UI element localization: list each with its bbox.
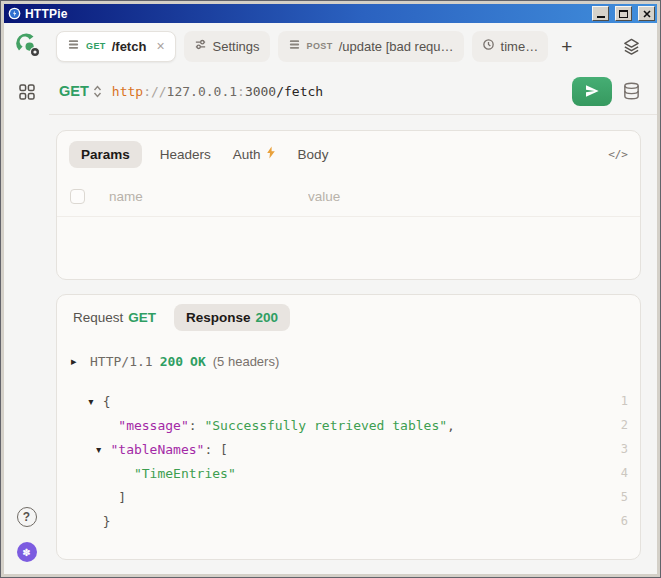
param-name-input[interactable] [109,189,284,204]
tab-post-update[interactable]: POST /update [bad requ… [278,31,464,62]
url-input[interactable]: http://127.0.0.1:3000/fetch [112,84,562,99]
code-line: ▾ "tableNames": [3 [87,437,628,461]
code-line: ]5 [87,485,628,509]
grid-icon [18,83,36,101]
code-line: "TimeEntries"4 [87,461,628,485]
httpie-titlebar-icon [8,7,21,20]
status-protocol: HTTP/1.1 [90,354,153,369]
help-icon: ? [23,510,30,524]
app-window: HTTPie [0,0,661,578]
line-number: 5 [621,490,628,504]
close-tab-icon[interactable]: × [156,38,164,54]
send-button[interactable] [572,77,612,106]
line-number: 6 [621,514,628,528]
close-button[interactable] [638,6,655,21]
code-view-toggle-icon[interactable]: </> [608,148,628,161]
url-path: /fetch [276,84,323,99]
code-line: "message": "Successfully retrieved table… [87,413,628,437]
line-number: 3 [621,442,628,456]
tab-settings[interactable]: Settings [184,31,270,62]
tab-method-label: GET [86,41,106,51]
minimize-button[interactable] [592,6,609,21]
clock-icon [482,37,495,55]
tab-auth-label: Auth [233,147,261,162]
tab-get-fetch[interactable]: GET /fetch × [56,31,176,62]
layers-icon [622,37,641,56]
sliders-icon [194,37,207,55]
request-panel: Params Headers Auth Body </> [56,130,641,280]
main-area: GET /fetch × Settings POST /update [bad … [49,23,657,574]
method-selector[interactable]: GET [59,83,102,99]
url-colon: : [237,84,245,99]
param-value-input[interactable] [308,189,626,204]
tab-time[interactable]: time… [472,31,549,62]
tab-path-label: /fetch [112,39,147,54]
tab-path-label: /update [bad requ… [339,39,454,54]
tab-bar: GET /fetch × Settings POST /update [bad … [56,23,641,69]
tab-settings-label: Settings [213,39,260,54]
help-button[interactable]: ? [17,507,37,527]
apps-grid-button[interactable] [18,83,36,101]
request-tab-label: Request [73,310,123,325]
param-row [57,177,640,217]
status-headers-count: (5 headers) [213,354,279,369]
fold-toggle-icon[interactable]: ▾ [95,442,103,457]
tab-path-label: time… [501,39,539,54]
tab-auth[interactable]: Auth [229,140,280,168]
params-empty-area [57,217,640,279]
status-reason: OK [190,354,206,369]
line-number: 1 [621,394,628,408]
response-tab-status: 200 [256,310,279,325]
new-tab-button[interactable]: + [556,37,577,56]
avatar-icon: ✽ [22,547,30,558]
response-panel: Request GET Response 200 ▸ HTTP/1.1 200 … [56,294,641,560]
method-dropdown-icon [93,85,102,98]
request-panel-tabs: Params Headers Auth Body </> [57,131,640,177]
request-stack-icon [288,37,301,55]
tab-params[interactable]: Params [69,141,142,168]
collapse-arrow-icon[interactable]: ▸ [71,355,83,368]
tabs-overview-button[interactable] [622,37,641,56]
tab-headers[interactable]: Headers [156,141,215,168]
param-checkbox[interactable] [70,189,85,204]
method-label: GET [59,83,89,99]
titlebar[interactable]: HTTPie [4,4,657,23]
url-scheme: http [112,84,143,99]
response-panel-tabs: Request GET Response 200 [57,295,640,340]
response-tab-label: Response [186,310,251,325]
close-icon [643,10,651,18]
response-body[interactable]: ▾ {1 "message": "Successfully retrieved … [57,389,640,533]
tab-request-view[interactable]: Request GET [69,304,160,331]
request-tab-method: GET [128,310,156,325]
lightning-icon [266,146,276,162]
tab-method-label: POST [307,41,333,51]
tab-body[interactable]: Body [294,141,333,168]
line-number: 4 [621,466,628,480]
code-line: ▾ {1 [87,389,628,413]
account-avatar[interactable]: ✽ [17,542,37,562]
maximize-button[interactable] [615,6,632,21]
sidebar: ? ✽ [4,23,49,574]
minimize-icon [597,16,605,18]
httpie-logo [13,30,41,58]
request-stack-icon [67,37,80,55]
url-bar: GET http://127.0.0.1:3000/fetch [56,69,641,113]
status-code: 200 [160,354,183,369]
maximize-icon [619,10,628,18]
fold-toggle-icon[interactable]: ▾ [87,394,95,409]
url-port: 3000 [245,84,276,99]
url-host: 127.0.0.1 [167,84,237,99]
tab-response-view[interactable]: Response 200 [174,304,290,331]
app-body: ? ✽ GET /fetch × Settings [4,23,657,574]
code-line: }6 [87,509,628,533]
response-status-line[interactable]: ▸ HTTP/1.1 200 OK (5 headers) [57,340,640,369]
send-icon [584,83,600,99]
environment-button[interactable] [622,81,641,102]
line-number: 2 [621,418,628,432]
header-divider [49,114,657,115]
window-title: HTTPie [25,7,586,21]
database-icon [622,81,641,102]
url-separator: :// [143,84,166,99]
